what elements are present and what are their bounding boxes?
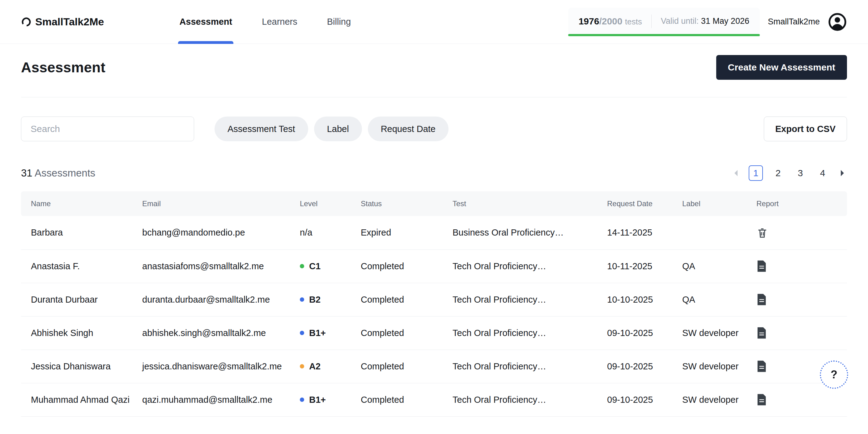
pagination-page-4[interactable]: 4 xyxy=(815,165,830,181)
pagination: 1 2 3 4 xyxy=(732,165,847,181)
cell-request-date: 09-10-2025 xyxy=(607,316,682,350)
table-row[interactable]: Muhammad Ahmad Qazi qazi.muhammad@smallt… xyxy=(21,383,847,416)
main-content: Assessment Create New Assessment Assessm… xyxy=(0,55,868,417)
cell-request-date: 10-11-2025 xyxy=(607,249,682,283)
cell-email: qazi.muhammad@smalltalk2.me xyxy=(142,383,300,416)
delete-icon[interactable] xyxy=(756,226,768,239)
pagination-next-icon[interactable] xyxy=(838,169,847,177)
level-text: B1+ xyxy=(309,328,326,338)
top-bar: SmallTalk2Me Assessment Learners Billing… xyxy=(0,0,868,44)
cell-name: Jessica Dhaniswara xyxy=(21,350,142,383)
cell-status: Completed xyxy=(361,316,453,350)
level-badge: B1+ xyxy=(300,328,361,338)
cell-label xyxy=(682,216,756,249)
pagination-page-1[interactable]: 1 xyxy=(749,165,763,181)
report-document-icon[interactable] xyxy=(756,327,767,339)
create-new-assessment-button[interactable]: Create New Assessment xyxy=(716,55,847,80)
level-badge: C1 xyxy=(300,261,361,271)
filter-label[interactable]: Label xyxy=(314,117,362,141)
table-row[interactable]: Abhishek Singh abhishek.singh@smalltalk2… xyxy=(21,316,847,350)
cell-request-date: 09-10-2025 xyxy=(607,383,682,416)
cell-email: abhishek.singh@smalltalk2.me xyxy=(142,316,300,350)
cell-email: anastasiafoms@smalltalk2.me xyxy=(142,249,300,283)
filter-request-date[interactable]: Request Date xyxy=(368,117,448,141)
table-row[interactable]: Barbara bchang@mandomedio.pe n/a Expired… xyxy=(21,216,847,249)
assessments-count-number: 31 xyxy=(21,167,32,179)
table-row[interactable]: Duranta Durbaar duranta.durbaar@smalltal… xyxy=(21,283,847,316)
cell-name: Abhishek Singh xyxy=(21,316,142,350)
level-badge: A2 xyxy=(300,361,361,372)
cell-label: SW developer xyxy=(682,316,756,350)
assessments-table: Name Email Level Status Test Request Dat… xyxy=(21,191,847,417)
pagination-page-3[interactable]: 3 xyxy=(793,165,807,181)
cell-test: Business Oral Proficiency… xyxy=(453,216,607,249)
logo-text: SmallTalk2Me xyxy=(35,16,104,28)
report-document-icon[interactable] xyxy=(756,293,767,306)
report-document-icon[interactable] xyxy=(756,260,767,272)
logo-icon xyxy=(21,17,32,27)
search-input[interactable] xyxy=(21,117,194,141)
column-header-request-date: Request Date xyxy=(607,191,682,216)
avatar-icon[interactable] xyxy=(828,12,847,32)
column-header-status: Status xyxy=(361,191,453,216)
column-header-level: Level xyxy=(300,191,361,216)
table-row[interactable]: Jessica Dhaniswara jessica.dhanisware@sm… xyxy=(21,350,847,383)
filter-pills: Assessment Test Label Request Date xyxy=(215,117,448,141)
tests-total: /2000 xyxy=(599,16,622,26)
controls-row: Assessment Test Label Request Date Expor… xyxy=(21,117,847,141)
nav-tab-billing-label: Billing xyxy=(327,17,351,27)
level-text: B1+ xyxy=(309,395,326,405)
assessments-count-label: Assessments xyxy=(35,167,95,179)
report-document-icon[interactable] xyxy=(756,360,767,372)
valid-until: Valid until: 31 May 2026 xyxy=(661,17,749,26)
cell-test: Tech Oral Proficiency… xyxy=(453,316,607,350)
cell-email: duranta.durbaar@smalltalk2.me xyxy=(142,283,300,316)
cell-label: QA xyxy=(682,249,756,283)
nav-tab-learners[interactable]: Learners xyxy=(262,0,297,44)
cell-status: Completed xyxy=(361,283,453,316)
cell-email: bchang@mandomedio.pe xyxy=(142,216,300,249)
export-csv-button[interactable]: Export to CSV xyxy=(764,117,847,141)
nav-tab-assessment[interactable]: Assessment xyxy=(179,0,232,44)
cell-request-date: 14-11-2025 xyxy=(607,216,682,249)
level-dot xyxy=(300,331,304,335)
cell-name: Barbara xyxy=(21,216,142,249)
column-header-name: Name xyxy=(21,191,142,216)
tests-suffix: tests xyxy=(625,17,642,26)
table-row[interactable]: Anastasia F. anastasiafoms@smalltalk2.me… xyxy=(21,249,847,283)
header-right: 1976/2000 tests Valid until: 31 May 2026… xyxy=(568,8,847,36)
logo[interactable]: SmallTalk2Me xyxy=(21,16,104,28)
column-header-report: Report xyxy=(756,191,847,216)
valid-until-date: 31 May 2026 xyxy=(701,17,749,26)
badge-divider xyxy=(651,14,652,28)
level-text: n/a xyxy=(300,227,312,238)
assessments-count: 31 Assessments xyxy=(21,167,95,179)
page-title: Assessment xyxy=(21,59,105,76)
tests-used: 1976 xyxy=(579,16,599,26)
cell-name: Anastasia F. xyxy=(21,249,142,283)
column-header-test: Test xyxy=(453,191,607,216)
nav-tab-billing[interactable]: Billing xyxy=(327,0,351,44)
cell-test: Tech Oral Proficiency… xyxy=(453,383,607,416)
report-document-icon[interactable] xyxy=(756,394,767,406)
count-row: 31 Assessments 1 2 3 4 xyxy=(21,165,847,181)
level-badge: n/a xyxy=(300,227,361,238)
cell-name: Muhammad Ahmad Qazi xyxy=(21,383,142,416)
tests-quota-badge: 1976/2000 tests Valid until: 31 May 2026 xyxy=(568,8,760,36)
level-dot xyxy=(300,398,304,402)
level-badge: B2 xyxy=(300,294,361,305)
level-text: A2 xyxy=(309,361,320,372)
title-row: Assessment Create New Assessment xyxy=(21,55,847,80)
cell-label: SW developer xyxy=(682,350,756,383)
level-text: C1 xyxy=(309,261,320,271)
help-button[interactable]: ? xyxy=(820,361,848,389)
cell-status: Completed xyxy=(361,249,453,283)
cell-request-date: 09-10-2025 xyxy=(607,350,682,383)
cell-status: Completed xyxy=(361,383,453,416)
filter-assessment-test[interactable]: Assessment Test xyxy=(215,117,308,141)
level-dot xyxy=(300,264,304,268)
pagination-page-2[interactable]: 2 xyxy=(771,165,785,181)
cell-status: Expired xyxy=(361,216,453,249)
pagination-prev-icon[interactable] xyxy=(732,169,741,177)
cell-request-date: 10-10-2025 xyxy=(607,283,682,316)
